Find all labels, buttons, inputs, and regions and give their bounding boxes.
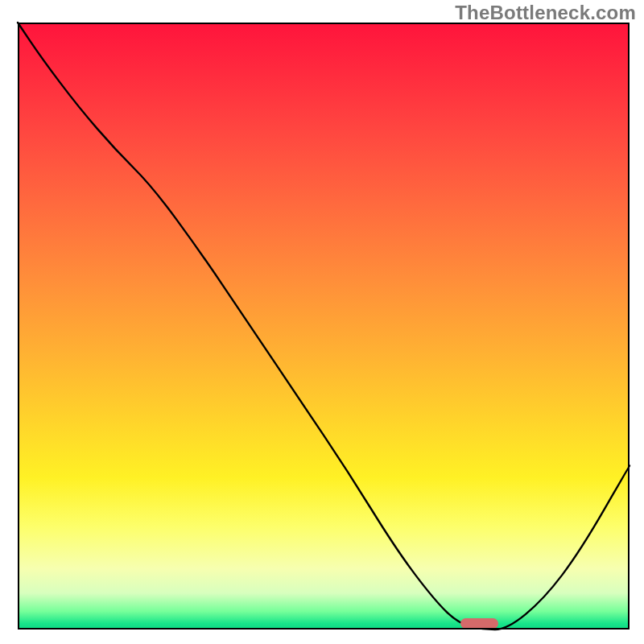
chart-container: TheBottleneck.com: [0, 0, 644, 644]
plot-area: [18, 23, 630, 630]
bottleneck-curve: [18, 23, 630, 630]
optimal-marker: [460, 618, 498, 629]
watermark-text: TheBottleneck.com: [455, 2, 636, 24]
curve-path: [18, 23, 630, 630]
